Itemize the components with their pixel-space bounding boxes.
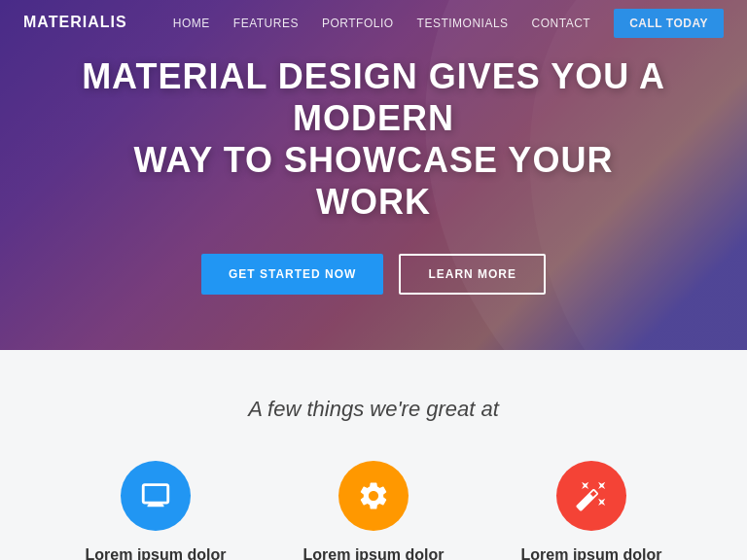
feature-item-3: Lorem ipsum dolor Lorem ipsum dolor sit … <box>494 461 689 560</box>
monitor-icon <box>139 479 172 512</box>
nav-home[interactable]: HOME <box>173 17 210 30</box>
feature-icon-circle-3 <box>556 461 626 531</box>
hero-content: MATERIAL DESIGN GIVES YOU A MODERN WAY T… <box>0 55 747 296</box>
nav-features[interactable]: FEATURES <box>233 17 299 30</box>
learn-more-button[interactable]: LEARN MORE <box>399 254 546 295</box>
feature-title-2: Lorem ipsum dolor <box>303 546 445 560</box>
nav-contact[interactable]: CONTACT <box>532 17 591 30</box>
nav-portfolio[interactable]: PORTFOLIO <box>322 17 394 30</box>
features-grid: Lorem ipsum dolor Lorem ipsum dolor sit … <box>58 461 689 560</box>
features-heading: A few things we're great at <box>58 397 689 422</box>
feature-icon-circle-1 <box>121 461 191 531</box>
features-section: A few things we're great at Lorem ipsum … <box>0 350 747 560</box>
feature-item-1: Lorem ipsum dolor Lorem ipsum dolor sit … <box>58 461 253 560</box>
feature-title-1: Lorem ipsum dolor <box>86 546 227 560</box>
nav-links: HOME FEATURES PORTFOLIO TESTIMONIALS CON… <box>173 14 724 31</box>
feature-title-3: Lorem ipsum dolor <box>521 546 662 560</box>
nav-cta-button[interactable]: CALL TODAY <box>614 9 724 38</box>
feature-icon-circle-2 <box>338 461 409 531</box>
hero-title: MATERIAL DESIGN GIVES YOU A MODERN WAY T… <box>78 55 669 224</box>
gear-icon <box>357 479 390 512</box>
brand-logo: MATERIALIS <box>23 14 127 31</box>
hero-section: MATERIALIS HOME FEATURES PORTFOLIO TESTI… <box>0 0 747 350</box>
magic-wand-icon <box>575 479 608 512</box>
nav-testimonials[interactable]: TESTIMONIALS <box>417 17 509 30</box>
navbar: MATERIALIS HOME FEATURES PORTFOLIO TESTI… <box>0 0 747 45</box>
hero-buttons: GET STARTED NOW LEARN MORE <box>78 254 669 295</box>
get-started-button[interactable]: GET STARTED NOW <box>201 254 383 295</box>
feature-item-2: Lorem ipsum dolor Lorem ipsum dolor sit … <box>276 461 471 560</box>
